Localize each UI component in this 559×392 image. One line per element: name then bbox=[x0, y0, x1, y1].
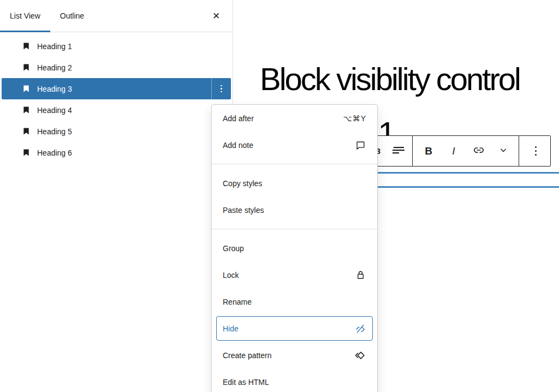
list-item-heading-4[interactable]: Heading 4 bbox=[2, 99, 231, 121]
menu-divider bbox=[212, 164, 377, 164]
lock-icon bbox=[355, 269, 366, 281]
link-button[interactable] bbox=[467, 138, 491, 164]
align-text-button[interactable] bbox=[386, 138, 411, 164]
list-view-panel: List View Outline ✕ Heading 1 Heading 2 … bbox=[0, 0, 233, 392]
heading-block-icon bbox=[22, 41, 31, 51]
keyboard-shortcut: ⌥⌘Y bbox=[343, 114, 366, 123]
menu-item-label: Add after bbox=[223, 114, 254, 123]
bold-button[interactable]: B bbox=[417, 138, 441, 164]
menu-item-copy-styles[interactable]: Copy styles bbox=[212, 170, 377, 197]
heading-block-icon bbox=[22, 127, 31, 136]
comment-icon bbox=[354, 139, 366, 151]
toolbar-separator bbox=[412, 135, 413, 167]
menu-item-label: Create pattern bbox=[223, 351, 272, 360]
heading-block-icon bbox=[22, 105, 31, 115]
list-item-label: Heading 2 bbox=[37, 63, 72, 72]
heading-block-icon bbox=[22, 148, 31, 157]
list-item-label: Heading 5 bbox=[37, 127, 72, 136]
menu-item-group[interactable]: Group bbox=[212, 235, 377, 262]
menu-item-hide[interactable]: Hide bbox=[216, 316, 373, 341]
menu-item-label: Copy styles bbox=[223, 179, 262, 188]
list-item-heading-2[interactable]: Heading 2 bbox=[2, 57, 231, 78]
list-item-heading-6[interactable]: Heading 6 bbox=[2, 142, 231, 163]
menu-item-label: Group bbox=[223, 244, 244, 253]
list-item-heading-3[interactable]: Heading 3 bbox=[2, 78, 231, 99]
tab-list-view[interactable]: List View bbox=[0, 0, 50, 32]
chevron-down-icon bbox=[498, 145, 509, 157]
menu-item-edit-as-html[interactable]: Edit as HTML bbox=[212, 369, 377, 392]
menu-item-label: Hide bbox=[223, 324, 239, 333]
close-icon[interactable]: ✕ bbox=[206, 0, 226, 32]
menu-item-label: Edit as HTML bbox=[223, 378, 269, 387]
block-options-menu: Add after ⌥⌘Y Add note Copy styles Paste… bbox=[211, 104, 378, 392]
block-toolbar: 3 B I bbox=[349, 135, 551, 167]
post-title[interactable]: Block visibility control bbox=[260, 61, 520, 97]
menu-item-label: Add note bbox=[223, 141, 253, 150]
list-item-heading-1[interactable]: Heading 1 bbox=[2, 35, 231, 57]
menu-divider bbox=[212, 229, 377, 229]
toolbar-separator bbox=[519, 135, 519, 167]
italic-button[interactable]: I bbox=[442, 138, 466, 164]
menu-item-paste-styles[interactable]: Paste styles bbox=[212, 197, 377, 223]
more-formatting-button[interactable] bbox=[491, 138, 515, 164]
list-item-heading-5[interactable]: Heading 5 bbox=[2, 121, 231, 142]
panel-header: List View Outline ✕ bbox=[0, 0, 233, 32]
row-options-button[interactable] bbox=[211, 78, 231, 99]
menu-item-label: Paste styles bbox=[223, 206, 264, 215]
eye-off-icon bbox=[354, 323, 366, 335]
menu-item-rename[interactable]: Rename bbox=[212, 288, 377, 315]
align-left-icon bbox=[391, 142, 406, 159]
block-options-button[interactable] bbox=[524, 138, 548, 164]
kebab-menu-icon bbox=[221, 85, 222, 87]
menu-item-label: Lock bbox=[223, 271, 239, 280]
list-item-label: Heading 4 bbox=[37, 106, 72, 115]
menu-item-label: Rename bbox=[223, 298, 252, 306]
menu-item-add-after[interactable]: Add after ⌥⌘Y bbox=[212, 105, 377, 132]
menu-item-add-note[interactable]: Add note bbox=[212, 132, 377, 158]
kebab-menu-icon bbox=[535, 146, 537, 156]
menu-item-create-pattern[interactable]: Create pattern bbox=[212, 342, 377, 369]
link-icon bbox=[472, 143, 486, 159]
menu-item-lock[interactable]: Lock bbox=[212, 262, 377, 288]
tab-outline[interactable]: Outline bbox=[50, 0, 94, 32]
pattern-icon bbox=[353, 349, 366, 362]
list-item-label: Heading 6 bbox=[37, 149, 72, 157]
block-list: Heading 1 Heading 2 Heading 3 Heading 4 … bbox=[0, 32, 233, 163]
heading-block-icon bbox=[22, 63, 31, 72]
list-item-label: Heading 1 bbox=[37, 42, 72, 51]
list-item-label: Heading 3 bbox=[37, 85, 72, 93]
heading-block-icon bbox=[22, 84, 31, 93]
